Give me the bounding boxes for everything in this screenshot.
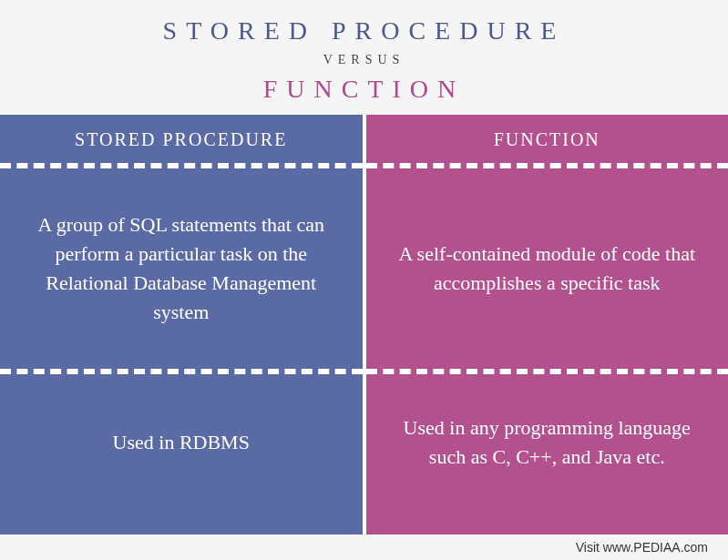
comparison-columns: STORED PROCEDURE A group of SQL statemen… <box>0 115 728 535</box>
column-function: FUNCTION A self-contained module of code… <box>364 115 729 535</box>
header-title-left: STORED PROCEDURE <box>0 16 728 46</box>
right-usage: Used in any programming language such as… <box>366 374 729 511</box>
header-title-right: FUNCTION <box>0 75 728 104</box>
column-left-heading: STORED PROCEDURE <box>0 115 363 163</box>
left-usage: Used in RDBMS <box>0 374 363 511</box>
column-right-heading: FUNCTION <box>366 115 729 163</box>
column-stored-procedure: STORED PROCEDURE A group of SQL statemen… <box>0 115 364 535</box>
left-definition: A group of SQL statements that can perfo… <box>0 168 363 369</box>
right-definition: A self-contained module of code that acc… <box>366 168 729 369</box>
comparison-header: STORED PROCEDURE VERSUS FUNCTION <box>0 0 728 115</box>
header-versus: VERSUS <box>0 53 728 67</box>
footer-attribution: Visit www.PEDIAA.com <box>0 535 728 560</box>
